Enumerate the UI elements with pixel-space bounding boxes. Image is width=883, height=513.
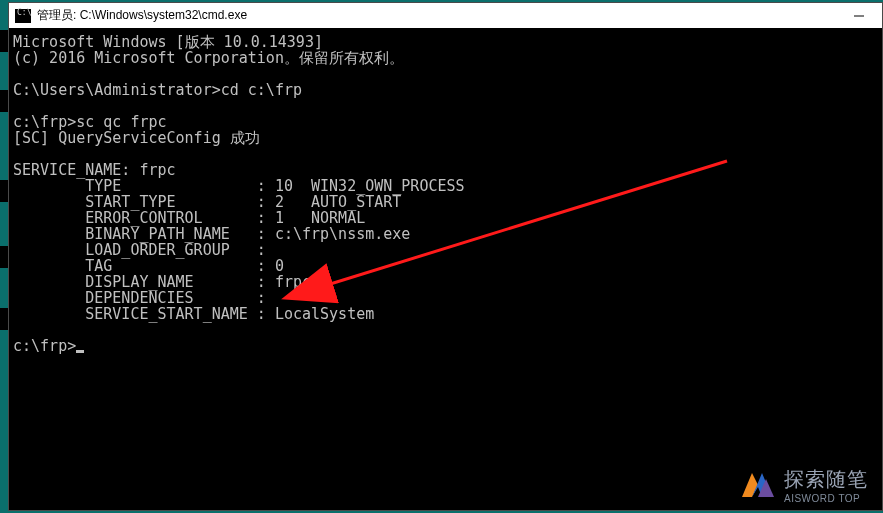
out-line: (c) 2016 Microsoft Corporation。保留所有权利。: [13, 49, 404, 67]
terminal-output[interactable]: Microsoft Windows [版本 10.0.14393] (c) 20…: [9, 28, 882, 510]
cmd-window: 管理员: C:\Windows\system32\cmd.exe Microso…: [8, 2, 883, 511]
prompt-line: C:\Users\Administrator>cd c:\frp: [13, 81, 302, 99]
watermark-subtext: AISWORD TOP: [784, 493, 868, 504]
window-controls: [836, 3, 882, 28]
background-stripe: [0, 0, 8, 513]
prompt-line: c:\frp>: [13, 337, 76, 355]
titlebar[interactable]: 管理员: C:\Windows\system32\cmd.exe: [9, 3, 882, 29]
out-line: [SC] QueryServiceConfig 成功: [13, 129, 260, 147]
out-line: SERVICE_START_NAME : LocalSystem: [13, 305, 374, 323]
watermark-text: 探索随笔: [784, 466, 868, 493]
watermark-logo-icon: [738, 467, 778, 503]
minimize-button[interactable]: [836, 3, 882, 28]
cmd-icon: [15, 9, 31, 23]
watermark: 探索随笔 AISWORD TOP: [738, 466, 868, 504]
cursor: [76, 350, 84, 353]
window-title: 管理员: C:\Windows\system32\cmd.exe: [37, 7, 247, 24]
minimize-icon: [854, 11, 864, 21]
watermark-text-block: 探索随笔 AISWORD TOP: [784, 466, 868, 504]
